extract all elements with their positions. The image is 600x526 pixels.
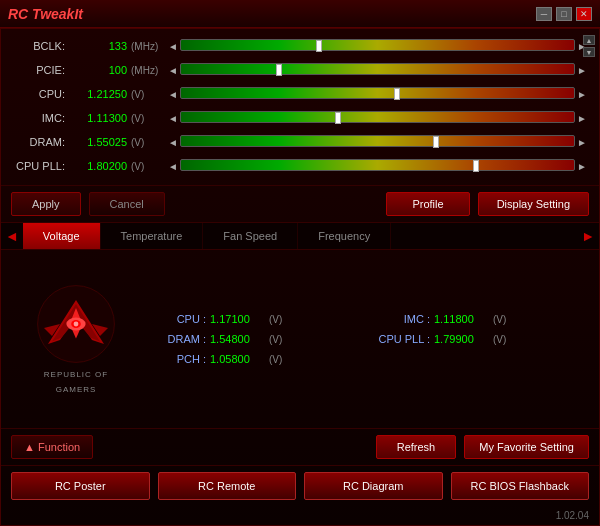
reading-value: 1.54800 [210, 333, 265, 345]
slider-thumb[interactable] [473, 160, 479, 172]
tab-voltage[interactable]: Voltage [23, 223, 101, 249]
reading-value: 1.17100 [210, 313, 265, 325]
slider-arrow-right[interactable]: ► [575, 161, 589, 172]
slider-value: 1.55025 [71, 136, 131, 148]
monitoring-section: REPUBLIC OF GAMERS CPU : 1.17100 (V) DRA… [1, 250, 599, 428]
slider-track-container[interactable] [180, 63, 575, 77]
reading-unit: (V) [493, 314, 506, 325]
slider-row: BCLK: 133 (MHz) ◄ ► [11, 35, 589, 57]
window-controls: ─ □ ✕ [536, 7, 592, 21]
slider-row: PCIE: 100 (MHz) ◄ ► [11, 59, 589, 81]
slider-arrow-left[interactable]: ◄ [166, 41, 180, 52]
close-button[interactable]: ✕ [576, 7, 592, 21]
main-container: BCLK: 133 (MHz) ◄ ► PCIE: 100 (MHz) ◄ ► … [0, 28, 600, 526]
favorite-button[interactable]: My Favorite Setting [464, 435, 589, 459]
title-bar: RC TweakIt ─ □ ✕ [0, 0, 600, 28]
rog-text-line1: REPUBLIC OF [44, 370, 108, 379]
tab-frequency[interactable]: Frequency [298, 223, 391, 249]
slider-row: CPU PLL: 1.80200 (V) ◄ ► [11, 155, 589, 177]
version-bar: 1.02.04 [1, 508, 599, 525]
bottom-bar: ▲ Function Refresh My Favorite Setting [1, 428, 599, 465]
svg-point-4 [74, 322, 79, 327]
readings-right: IMC : 1.11800 (V) CPU PLL : 1.79900 (V) [375, 313, 589, 365]
slider-value: 1.80200 [71, 160, 131, 172]
reading-unit: (V) [493, 334, 506, 345]
bottom-rc-poster-button[interactable]: RC Poster [11, 472, 150, 500]
slider-unit: (MHz) [131, 41, 166, 52]
tab-temperature[interactable]: Temperature [101, 223, 204, 249]
reading-label: IMC : [375, 313, 430, 325]
slider-thumb[interactable] [276, 64, 282, 76]
slider-label: PCIE: [11, 64, 71, 76]
cancel-button[interactable]: Cancel [89, 192, 165, 216]
slider-unit: (V) [131, 161, 166, 172]
slider-unit: (V) [131, 113, 166, 124]
slider-arrow-left[interactable]: ◄ [166, 113, 180, 124]
function-button[interactable]: ▲ Function [11, 435, 93, 459]
tab-items: VoltageTemperatureFan SpeedFrequency [23, 223, 577, 249]
slider-arrow-right[interactable]: ► [575, 65, 589, 76]
reading-value: 1.11800 [434, 313, 489, 325]
reading-value: 1.05800 [210, 353, 265, 365]
tabs-arrow-left[interactable]: ◄ [1, 228, 23, 244]
display-setting-button[interactable]: Display Setting [478, 192, 589, 216]
bottom-rc-bios-flashback-button[interactable]: RC BIOS Flashback [451, 472, 590, 500]
slider-label: IMC: [11, 112, 71, 124]
slider-arrow-left[interactable]: ◄ [166, 137, 180, 148]
profile-button[interactable]: Profile [386, 192, 469, 216]
maximize-button[interactable]: □ [556, 7, 572, 21]
slider-track-container[interactable] [180, 39, 575, 53]
reading-row: CPU : 1.17100 (V) [151, 313, 365, 325]
slider-thumb[interactable] [335, 112, 341, 124]
slider-track [180, 111, 575, 123]
slider-arrow-right[interactable]: ► [575, 137, 589, 148]
slider-rows: BCLK: 133 (MHz) ◄ ► PCIE: 100 (MHz) ◄ ► … [11, 35, 589, 177]
voltage-readings: CPU : 1.17100 (V) DRAM : 1.54800 (V) PCH… [151, 260, 589, 418]
slider-track-container[interactable] [180, 87, 575, 101]
slider-track-container[interactable] [180, 111, 575, 125]
slider-track-container[interactable] [180, 159, 575, 173]
reading-label: PCH : [151, 353, 206, 365]
scroll-up-btn[interactable]: ▲ [583, 35, 595, 45]
slider-label: CPU: [11, 88, 71, 100]
slider-unit: (V) [131, 137, 166, 148]
minimize-button[interactable]: ─ [536, 7, 552, 21]
slider-label: BCLK: [11, 40, 71, 52]
reading-row: IMC : 1.11800 (V) [375, 313, 589, 325]
tabs-arrow-right[interactable]: ► [577, 228, 599, 244]
reading-label: CPU PLL : [375, 333, 430, 345]
rog-logo: REPUBLIC OF GAMERS [11, 260, 141, 418]
bottom-rc-diagram-button[interactable]: RC Diagram [304, 472, 443, 500]
slider-track [180, 87, 575, 99]
apply-button[interactable]: Apply [11, 192, 81, 216]
slider-value: 1.21250 [71, 88, 131, 100]
refresh-button[interactable]: Refresh [376, 435, 457, 459]
slider-track [180, 159, 575, 171]
slider-thumb[interactable] [316, 40, 322, 52]
reading-label: CPU : [151, 313, 206, 325]
slider-arrow-left[interactable]: ◄ [166, 161, 180, 172]
reading-row: PCH : 1.05800 (V) [151, 353, 365, 365]
slider-thumb[interactable] [394, 88, 400, 100]
slider-arrow-left[interactable]: ◄ [166, 89, 180, 100]
rog-emblem-svg [36, 284, 116, 364]
app-title: RC TweakIt [8, 6, 83, 22]
reading-unit: (V) [269, 314, 282, 325]
slider-label: DRAM: [11, 136, 71, 148]
slider-track-container[interactable] [180, 135, 575, 149]
buttons-row: Apply Cancel Profile Display Setting [1, 186, 599, 223]
slider-unit: (MHz) [131, 65, 166, 76]
tabs-row: ◄ VoltageTemperatureFan SpeedFrequency ► [1, 223, 599, 250]
slider-arrow-right[interactable]: ► [575, 113, 589, 124]
slider-track [180, 39, 575, 51]
slider-arrow-right[interactable]: ► [575, 89, 589, 100]
scroll-down-btn[interactable]: ▼ [583, 47, 595, 57]
slider-arrow-left[interactable]: ◄ [166, 65, 180, 76]
tab-fan-speed[interactable]: Fan Speed [203, 223, 298, 249]
rog-text-line2: GAMERS [56, 385, 97, 394]
reading-unit: (V) [269, 334, 282, 345]
reading-row: CPU PLL : 1.79900 (V) [375, 333, 589, 345]
slider-row: IMC: 1.11300 (V) ◄ ► [11, 107, 589, 129]
bottom-rc-remote-button[interactable]: RC Remote [158, 472, 297, 500]
slider-thumb[interactable] [433, 136, 439, 148]
